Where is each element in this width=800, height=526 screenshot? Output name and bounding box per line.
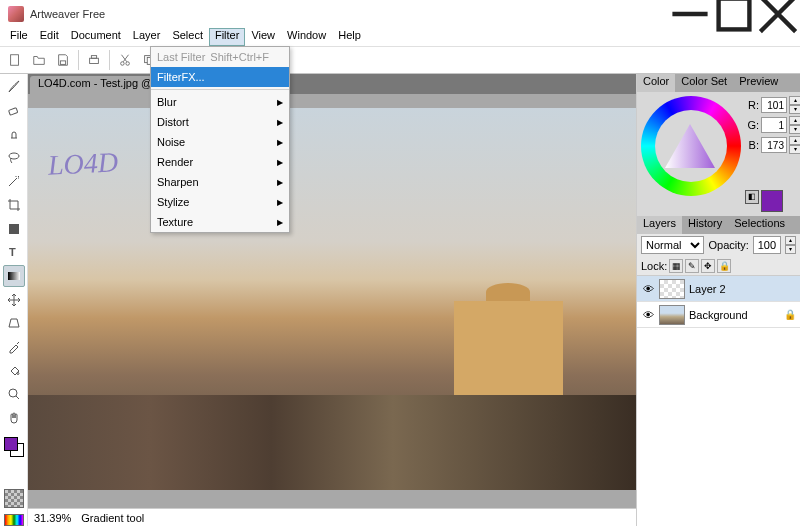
gradient-tool[interactable] — [3, 265, 25, 287]
lock-icon: 🔒 — [784, 309, 796, 320]
wand-tool[interactable] — [3, 171, 25, 193]
zoom-tool[interactable] — [3, 384, 25, 406]
g-spinner[interactable]: ▴▾ — [789, 116, 800, 134]
tab-selections[interactable]: Selections — [728, 216, 791, 234]
scribble-text: LO4D — [47, 146, 119, 182]
app-icon — [8, 6, 24, 22]
lock-pixels-button[interactable]: ✎ — [685, 259, 699, 273]
lasso-tool[interactable] — [3, 147, 25, 169]
svg-rect-2 — [60, 61, 65, 65]
r-spinner[interactable]: ▴▾ — [789, 96, 800, 114]
submenu-arrow-icon: ▶ — [277, 138, 283, 147]
lock-label: Lock: — [641, 260, 667, 272]
menu-item-filterfx-[interactable]: FilterFX... — [151, 67, 289, 87]
maximize-button[interactable] — [712, 0, 756, 28]
menu-item-distort[interactable]: Distort▶ — [151, 112, 289, 132]
menu-select[interactable]: Select — [166, 28, 209, 46]
filter-menu-dropdown: Last FilterShift+Ctrl+FFilterFX...Blur▶D… — [150, 46, 290, 233]
g-input[interactable] — [761, 117, 787, 133]
menu-item-noise[interactable]: Noise▶ — [151, 132, 289, 152]
lock-position-button[interactable]: ✥ — [701, 259, 715, 273]
canvas-area: LO4D.com - Test.jpg @ 31… LO4D 31.39% Gr… — [28, 74, 636, 526]
menu-layer[interactable]: Layer — [127, 28, 167, 46]
blend-mode-select[interactable]: Normal — [641, 236, 704, 254]
layer-opacity-spinner[interactable]: ▴▾ — [785, 236, 796, 254]
svg-rect-13 — [9, 224, 19, 234]
color-swatches[interactable] — [4, 437, 24, 457]
layer-row[interactable]: 👁Background🔒 — [637, 302, 800, 328]
cut-button[interactable] — [114, 49, 136, 71]
submenu-arrow-icon: ▶ — [277, 178, 283, 187]
tab-history[interactable]: History — [682, 216, 728, 234]
eyedropper-tool[interactable] — [3, 336, 25, 358]
menu-view[interactable]: View — [245, 28, 281, 46]
menu-item-last-filter: Last FilterShift+Ctrl+F — [151, 47, 289, 67]
svg-point-16 — [9, 389, 17, 397]
current-color-swatch[interactable] — [761, 190, 783, 212]
main-area: T LO4D.com - Test.jpg @ 31… LO4D 31.39% … — [0, 74, 800, 526]
crop-tool[interactable] — [3, 194, 25, 216]
submenu-arrow-icon: ▶ — [277, 218, 283, 227]
menu-item-render[interactable]: Render▶ — [151, 152, 289, 172]
new-file-button[interactable] — [4, 49, 26, 71]
stamp-tool[interactable] — [3, 123, 25, 145]
zoom-readout: 31.39% — [34, 512, 71, 524]
svg-rect-0 — [719, 0, 750, 29]
open-file-button[interactable] — [28, 49, 50, 71]
submenu-arrow-icon: ▶ — [277, 158, 283, 167]
menu-document[interactable]: Document — [65, 28, 127, 46]
menu-item-stylize[interactable]: Stylize▶ — [151, 192, 289, 212]
submenu-arrow-icon: ▶ — [277, 118, 283, 127]
menu-edit[interactable]: Edit — [34, 28, 65, 46]
svg-point-6 — [126, 62, 130, 66]
menu-window[interactable]: Window — [281, 28, 332, 46]
tab-color[interactable]: Color — [637, 74, 675, 92]
menu-file[interactable]: File — [4, 28, 34, 46]
layer-name: Background — [689, 309, 780, 321]
hand-tool[interactable] — [3, 407, 25, 429]
layer-row[interactable]: 👁Layer 2 — [637, 276, 800, 302]
lock-all-button[interactable]: 🔒 — [717, 259, 731, 273]
pattern-swatch[interactable] — [4, 489, 24, 509]
tab-layers[interactable]: Layers — [637, 216, 682, 234]
save-button[interactable] — [52, 49, 74, 71]
brush-tool[interactable] — [3, 76, 25, 98]
menu-item-blur[interactable]: Blur▶ — [151, 92, 289, 112]
g-label: G: — [745, 119, 759, 131]
set-color-icon[interactable]: ◧ — [745, 190, 759, 204]
menu-item-texture[interactable]: Texture▶ — [151, 212, 289, 232]
layer-opacity-input[interactable] — [753, 236, 781, 254]
visibility-toggle-icon[interactable]: 👁 — [641, 283, 655, 295]
gradient-swatch[interactable] — [4, 514, 24, 526]
text-tool[interactable]: T — [3, 242, 25, 264]
lock-transparency-button[interactable]: ▦ — [669, 259, 683, 273]
print-button[interactable] — [83, 49, 105, 71]
close-button[interactable] — [756, 0, 800, 28]
svg-rect-3 — [90, 58, 99, 63]
b-input[interactable] — [761, 137, 787, 153]
move-tool[interactable] — [3, 289, 25, 311]
menu-separator — [151, 89, 289, 90]
color-wheel[interactable] — [641, 96, 741, 196]
tab-color-set[interactable]: Color Set — [675, 74, 733, 92]
tab-preview[interactable]: Preview — [733, 74, 784, 92]
eraser-tool[interactable] — [3, 100, 25, 122]
visibility-toggle-icon[interactable]: 👁 — [641, 309, 655, 321]
minimize-button[interactable] — [668, 0, 712, 28]
canvas[interactable]: LO4D — [28, 94, 636, 508]
current-tool-readout: Gradient tool — [81, 512, 144, 524]
b-spinner[interactable]: ▴▾ — [789, 136, 800, 154]
document-image: LO4D — [28, 108, 636, 490]
submenu-arrow-icon: ▶ — [277, 98, 283, 107]
menu-filter[interactable]: Filter — [209, 28, 245, 46]
layer-list: 👁Layer 2👁Background🔒 — [637, 276, 800, 526]
title-bar: Artweaver Free — [0, 0, 800, 28]
menu-item-sharpen[interactable]: Sharpen▶ — [151, 172, 289, 192]
bucket-tool[interactable] — [3, 360, 25, 382]
perspective-tool[interactable] — [3, 313, 25, 335]
r-input[interactable] — [761, 97, 787, 113]
shape-tool[interactable] — [3, 218, 25, 240]
color-panel-tabs: ColorColor SetPreview — [637, 74, 800, 92]
menu-help[interactable]: Help — [332, 28, 367, 46]
layers-panel-tabs: LayersHistorySelections — [637, 216, 800, 234]
